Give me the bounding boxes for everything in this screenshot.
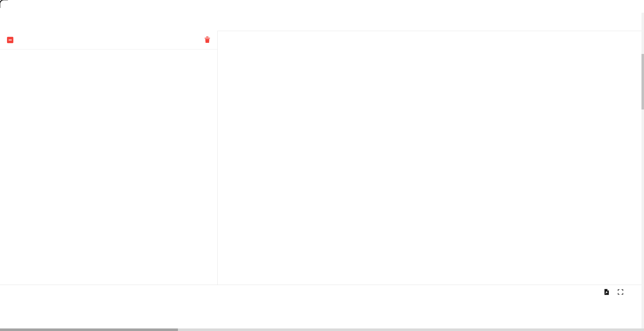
fft-analysis-window (0, 0, 644, 331)
fft-legend (395, 46, 410, 50)
indeterminate-icon (8, 38, 12, 42)
fullscreen-icon[interactable] (616, 288, 625, 296)
vertical-scrollbar[interactable] (641, 13, 644, 328)
machine-fault-panel (0, 285, 644, 331)
vertical-scrollbar-thumb[interactable] (641, 54, 644, 109)
column-header-date[interactable] (112, 37, 114, 43)
export-icon[interactable] (602, 288, 611, 296)
horizontal-scrollbar-thumb[interactable] (0, 328, 178, 331)
fft-device-list-panel (0, 31, 218, 285)
delete-trash-icon[interactable] (204, 36, 210, 43)
select-all-checkbox[interactable] (7, 37, 13, 43)
horizontal-scrollbar[interactable] (0, 328, 644, 331)
legend-swatch (395, 46, 407, 50)
device-list-header (0, 31, 217, 50)
harmonic-radar-strip (0, 0, 644, 31)
